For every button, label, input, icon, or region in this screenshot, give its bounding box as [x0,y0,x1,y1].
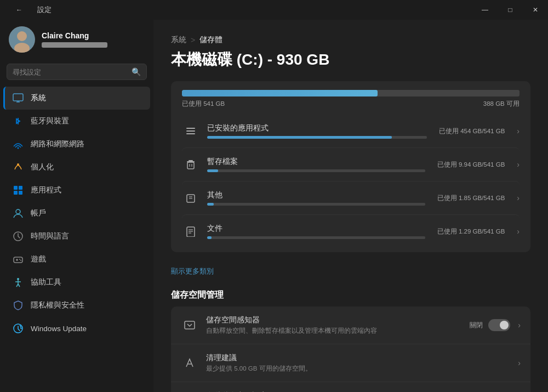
disk-bar-container [182,90,520,96]
search-icon: 🔍 [132,67,141,76]
category-bar-0 [207,136,392,139]
category-name-2: 其他 [207,190,425,200]
sidebar-item-account[interactable]: 帳戶 [3,202,150,225]
mgmt-item-0[interactable]: 儲存空間感知器 自動釋放空間、刪除暫存檔案以及管理本機可用的雲端內容 關閉 › [171,306,530,344]
user-name: Claire Chang [42,31,145,40]
category-usage-2: 已使用 1.85 GB/541 GB [437,194,505,202]
categories-container: 已安裝的應用程式 已使用 454 GB/541 GB › 暫存檔案 已使用 9.… [182,115,520,248]
sidebar-item-time[interactable]: 時間與語言 [3,225,150,248]
sidebar-item-apps-label: 應用程式 [31,185,61,195]
sidebar-item-bluetooth[interactable]: 藍牙與裝置 [3,110,150,133]
svg-rect-28 [189,160,193,161]
disk-bar-labels: 已使用 541 GB 388 GB 可用 [182,100,520,108]
category-icon-0 [182,122,199,140]
titlebar-controls: — □ ✕ [472,0,548,20]
sidebar-item-bluetooth-label: 藍牙與裝置 [31,116,69,126]
category-bar-1 [207,169,218,172]
svg-rect-36 [187,227,195,237]
sidebar-item-windows-update-label: Windows Update [31,325,87,333]
mgmt-icon-1 [181,354,198,372]
sidebar-item-system-label: 系統 [31,93,46,103]
svg-rect-10 [14,191,18,195]
svg-rect-9 [19,186,22,190]
mgmt-name-1: 清理建議 [206,353,510,363]
breadcrumb-current: 儲存體 [199,35,222,45]
svg-point-17 [19,259,20,260]
sidebar-item-privacy[interactable]: 隱私權與安全性 [3,294,150,317]
mgmt-item-2[interactable]: 進階儲存空間設定 備份選項、磁碟空間、其他磁碟機和磁碟機 › [171,382,530,392]
storage-management-title: 儲存空間管理 [171,289,530,301]
breadcrumb-sep: > [191,36,195,44]
account-icon [12,207,24,219]
sidebar-item-gaming[interactable]: 遊戲 [3,248,150,271]
category-usage-0: 已使用 454 GB/541 GB [439,127,505,135]
category-item[interactable]: 暫存檔案 已使用 9.94 GB/541 GB › [182,147,520,181]
mgmt-right-0: 關閉 [470,319,510,331]
back-button[interactable]: ← [7,0,32,20]
svg-rect-26 [186,130,195,132]
sidebar-item-windows-update[interactable]: Windows Update [3,317,150,340]
category-item[interactable]: 已安裝的應用程式 已使用 454 GB/541 GB › [182,115,520,147]
svg-rect-27 [186,133,195,134]
category-usage-3: 已使用 1.29 GB/541 GB [437,228,505,236]
disk-section: 已使用 541 GB 388 GB 可用 已安裝的應用程式 已使用 454 GB… [171,81,530,252]
close-button[interactable]: ✕ [523,0,548,20]
maximize-button[interactable]: □ [498,0,523,20]
category-item[interactable]: 其他 已使用 1.85 GB/541 GB › [182,181,520,214]
sidebar-item-apps[interactable]: 應用程式 [3,179,150,202]
category-item[interactable]: 文件 已使用 1.29 GB/541 GB › [182,214,520,248]
category-bar-3 [207,236,212,239]
category-info-2: 其他 [207,190,425,206]
page-title: 本機磁碟 (C:) - 930 GB [171,49,530,70]
category-info-1: 暫存檔案 [207,157,425,172]
svg-point-19 [17,278,19,280]
toggle-switch-0[interactable] [488,319,510,331]
svg-point-18 [20,260,21,261]
category-icon-3 [182,223,199,240]
svg-point-6 [18,147,19,149]
category-bar-wrap-0 [207,136,427,139]
mgmt-desc-0: 自動釋放空間、刪除暫存檔案以及管理本機可用的雲端內容 [206,327,462,335]
svg-rect-25 [186,128,195,129]
bluetooth-icon [12,115,24,127]
mgmt-text-0: 儲存空間感知器 自動釋放空間、刪除暫存檔案以及管理本機可用的雲端內容 [206,315,462,335]
titlebar-title: 設定 [37,5,52,15]
sidebar-item-personalization-label: 個人化 [31,162,54,172]
category-info-0: 已安裝的應用程式 [207,123,427,139]
mgmt-icon-0 [181,316,198,334]
search-box[interactable]: 🔍 [7,64,147,80]
svg-rect-30 [187,162,194,169]
breadcrumb-parent: 系統 [171,35,186,45]
sidebar-item-network[interactable]: 網路和網際網路 [3,133,150,156]
svg-rect-40 [185,321,195,329]
category-chevron-1: › [517,160,520,169]
windows-update-icon [12,322,24,334]
category-icon-2 [182,189,199,207]
sidebar-item-time-label: 時間與語言 [31,231,69,241]
mgmt-section: 儲存空間感知器 自動釋放空間、刪除暫存檔案以及管理本機可用的雲端內容 關閉 › … [171,306,530,392]
sidebar-item-accessibility[interactable]: 協助工具 [3,271,150,294]
privacy-icon [12,299,24,311]
mgmt-item-1[interactable]: 清理建議 最少提供 5.00 GB 可用的儲存空間。 › [171,344,530,382]
svg-point-1 [17,31,27,41]
category-info-3: 文件 [207,224,425,239]
category-bar-2 [207,203,214,206]
category-chevron-2: › [517,194,520,202]
gaming-icon [12,253,24,265]
svg-rect-11 [19,191,22,195]
search-input[interactable] [13,68,127,76]
avatar [9,26,35,53]
time-icon [12,230,24,242]
toggle-label-0: 關閉 [470,321,483,330]
user-section[interactable]: Claire Chang [0,20,153,61]
mgmt-text-1: 清理建議 最少提供 5.00 GB 可用的儲存空間。 [206,353,510,373]
sidebar-item-system[interactable]: 系統 [3,87,150,110]
network-icon [12,138,24,150]
sidebar-item-personalization[interactable]: 個人化 [3,156,150,179]
category-bar-wrap-1 [207,169,425,172]
svg-line-23 [18,284,20,287]
mgmt-chevron-0: › [518,321,521,329]
category-name-3: 文件 [207,224,425,234]
show-more[interactable]: 顯示更多類別 [171,261,214,279]
minimize-button[interactable]: — [472,0,498,20]
